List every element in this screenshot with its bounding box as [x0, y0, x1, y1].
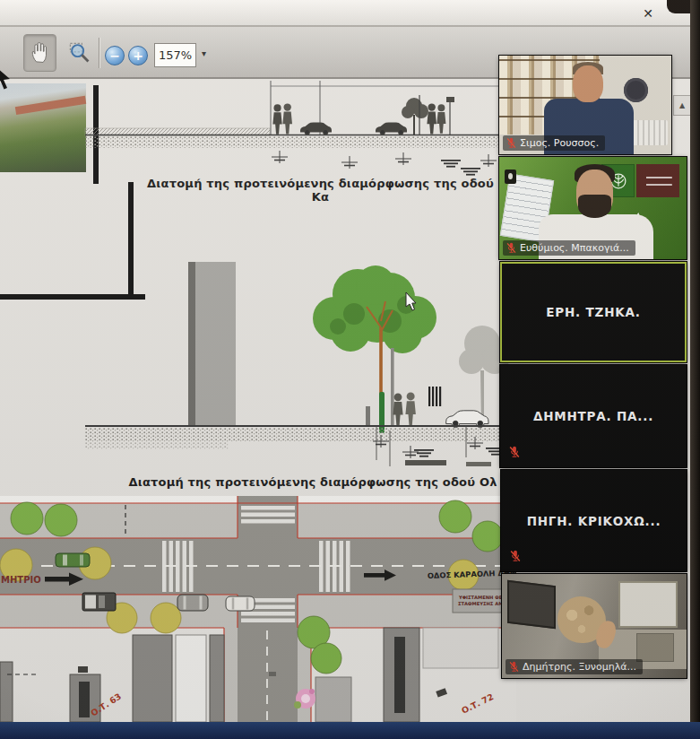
participant-tile-dimitris[interactable]: Δημήτρης. Ξυνομηλά... — [502, 574, 687, 678]
name-tag: Ευθύμιος. Μπακογιά... — [503, 240, 635, 256]
participant-name: Δημήτρης. Ξυνομηλά... — [523, 661, 636, 673]
green-bollard — [379, 392, 385, 433]
cross-section-middle — [81, 256, 511, 489]
zoom-out-button[interactable]: − — [105, 46, 125, 65]
participant-tile-efthymios[interactable]: Ευθύμιος. Μπακογιά... — [499, 157, 687, 259]
wall-clock — [624, 78, 648, 102]
ground-texture — [85, 136, 498, 148]
participant-tile-pigi[interactable]: ΠΗΓΗ. ΚΡΙΚΟΧΩ... — [501, 470, 687, 571]
ground-texture — [85, 441, 229, 449]
screen-bezel-corner — [667, 0, 692, 13]
pedestrian-figure — [393, 393, 402, 425]
dimension-mark — [480, 154, 497, 167]
participant-beard — [578, 195, 611, 218]
logo-text-box — [636, 164, 679, 197]
car-silhouette — [376, 123, 407, 135]
participant-name: Ευθύμιος. Μπακογιά... — [520, 242, 629, 254]
dimension-mark — [402, 446, 419, 458]
pedestrian-figure — [282, 103, 292, 134]
dimension-mark — [341, 156, 358, 169]
car-silhouette — [300, 123, 332, 135]
participant-head — [573, 65, 603, 102]
pedestrian-figure — [272, 104, 281, 134]
participant-name: Σιμος. Ρουσσος. — [520, 137, 599, 149]
participant-name: ΕΡΗ. ΤΖΗΚΑ. — [502, 264, 685, 361]
section-caption-middle: Διατομή της προτεινόμενης διαμόρφωσης τη… — [121, 475, 505, 489]
muted-mic-icon — [506, 242, 516, 254]
hand-icon — [30, 41, 50, 65]
street-tree — [313, 265, 436, 426]
participant-tile-dimitra[interactable]: ΔΗΜΗΤΡΑ. ΠΑ... — [500, 365, 687, 467]
marquee-zoom-button[interactable] — [63, 34, 96, 72]
scroll-up-button[interactable]: ▲ — [673, 95, 691, 116]
window-titlebar: ✕ — [0, 0, 692, 27]
plan-car-gray — [177, 595, 208, 611]
pinned-badge-icon — [505, 170, 516, 184]
tiny-label — [78, 666, 88, 673]
select-arrow-icon[interactable] — [0, 68, 12, 95]
pedestrian-figure — [405, 392, 415, 425]
participant-tile-simos[interactable]: Σιμος. Ρουσσος. — [499, 56, 671, 154]
layer-hatch-symbol — [461, 168, 480, 176]
photographed-screen: ✕ − + 157% ▾ — [0, 0, 700, 739]
cross-section-top — [81, 79, 502, 179]
sidewalk-vertical — [224, 628, 238, 722]
muted-mic-icon — [506, 137, 516, 149]
toolbar-divider — [99, 38, 99, 68]
building-wall-edge — [188, 262, 195, 426]
mouse-cursor — [405, 292, 419, 312]
zoom-level-field[interactable]: 157% — [154, 43, 196, 67]
pedestrian-figure — [436, 104, 445, 133]
street-sign — [446, 97, 454, 102]
tiny-label — [405, 460, 446, 465]
desk-box — [636, 633, 674, 662]
ground-texture — [85, 428, 506, 441]
tiny-label — [269, 672, 276, 676]
pedestrian-figure — [427, 103, 436, 134]
zoom-dropdown-icon[interactable]: ▾ — [202, 48, 206, 58]
muted-mic-icon — [510, 550, 521, 562]
tiny-label — [466, 462, 491, 466]
plan-van-dark — [82, 593, 116, 611]
marquee-zoom-icon — [68, 41, 91, 65]
muted-mic-icon — [509, 661, 519, 673]
screen-bezel — [690, 0, 700, 739]
muted-mic-icon — [509, 446, 520, 458]
zoom-in-button[interactable]: + — [128, 46, 148, 65]
dimension-mark — [395, 152, 411, 165]
photo-roof — [15, 96, 86, 115]
layer-hatch-symbol — [441, 160, 461, 168]
name-tag: Δημήτρης. Ξυνομηλά... — [506, 659, 643, 674]
name-tag: Σιμος. Ρουσσος. — [503, 135, 605, 151]
plan-car-green — [56, 553, 90, 567]
gray-post — [366, 406, 370, 426]
street-label-left: ΜΗΤΡΙΟ — [1, 575, 41, 585]
hatch-sign — [428, 387, 441, 406]
bottom-bar — [0, 722, 700, 739]
close-icon[interactable]: ✕ — [638, 4, 658, 23]
participant-name: ΠΗΓΗ. ΚΡΙΚΟΧΩ... — [501, 470, 687, 571]
site-photo — [0, 83, 86, 172]
room-monitor — [507, 580, 556, 630]
participant-name: ΔΗΜΗΤΡΑ. ΠΑ... — [500, 365, 687, 467]
hand-tool-button[interactable] — [23, 34, 56, 72]
section-caption-top: Διατομή της προτεινόμενης διαμόρφωσης τη… — [139, 177, 502, 204]
plan-car-white — [226, 596, 255, 611]
dimension-mark — [272, 151, 288, 163]
layer-hatch-symbol — [414, 449, 434, 457]
room-window — [618, 581, 678, 628]
participant-tile-eri[interactable]: ΕΡΗ. ΤΖΗΚΑ. — [500, 262, 687, 362]
street-plan: ΥΦΙΣΤΑΜΕΝΗ ΘΕΣΗ ΣΤΑΘΜΕΥΣΗΣ ΑΜΕΑ ΜΗΤΡΙΟ Ο… — [0, 496, 516, 722]
